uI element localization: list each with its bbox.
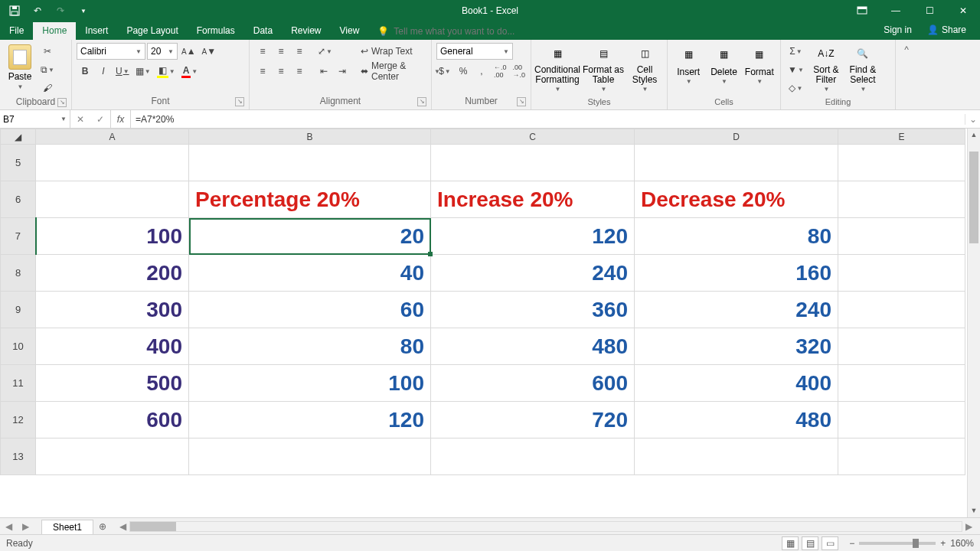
zoom-level[interactable]: 160%	[950, 538, 974, 549]
align-bottom-button[interactable]: ≡	[291, 43, 308, 60]
select-all-button[interactable]: ◢	[1, 129, 36, 145]
cell[interactable]: 500	[36, 365, 189, 402]
sheet-nav-first[interactable]: ◀	[0, 521, 17, 532]
formula-input[interactable]: =A7*20%	[131, 114, 965, 125]
cell[interactable]	[189, 145, 431, 181]
percent-button[interactable]: %	[455, 63, 472, 80]
cell[interactable]: 80	[189, 328, 431, 365]
column-header-b[interactable]: B	[189, 129, 431, 145]
cell[interactable]: Increase 20%	[431, 181, 635, 218]
cell[interactable]: 360	[431, 292, 635, 328]
cell[interactable]: 400	[635, 365, 838, 402]
cell[interactable]: Decrease 20%	[635, 181, 838, 218]
wrap-text-button[interactable]: ↩Wrap Text	[358, 43, 443, 60]
insert-function-button[interactable]: fx	[111, 110, 131, 128]
align-right-button[interactable]: ≡	[291, 63, 308, 80]
undo-button[interactable]: ↶	[28, 2, 47, 19]
cell[interactable]	[36, 439, 189, 475]
scroll-thumb[interactable]	[969, 152, 978, 243]
tell-me-input[interactable]	[394, 26, 593, 37]
zoom-in-button[interactable]: +	[940, 538, 946, 549]
cell[interactable]: 720	[431, 402, 635, 439]
number-format-select[interactable]: General▼	[436, 43, 513, 60]
cell[interactable]: 300	[36, 292, 189, 328]
cell[interactable]	[838, 292, 965, 328]
cell[interactable]: 320	[635, 328, 838, 365]
cell[interactable]: 100	[36, 218, 189, 255]
align-left-button[interactable]: ≡	[254, 63, 271, 80]
font-launcher[interactable]: ↘	[235, 97, 244, 106]
column-header-e[interactable]: E	[838, 129, 965, 145]
sign-in-link[interactable]: Sign in	[876, 21, 920, 38]
cell[interactable]: 240	[431, 255, 635, 292]
cell[interactable]	[189, 439, 431, 475]
align-center-button[interactable]: ≡	[273, 63, 289, 80]
ribbon-display-options-button[interactable]	[845, 0, 879, 21]
scroll-down-button[interactable]: ▼	[968, 504, 980, 517]
clear-button[interactable]: ◇▼	[786, 80, 806, 96]
tell-me[interactable]: 💡	[377, 26, 876, 40]
horizontal-scrollbar[interactable]: ◀ ▶	[116, 521, 975, 532]
cell[interactable]	[838, 181, 965, 218]
save-button[interactable]	[5, 2, 24, 19]
cell[interactable]: 600	[431, 365, 635, 402]
sort-filter-button[interactable]: A↓ZSort & Filter▼	[809, 43, 843, 93]
increase-font-button[interactable]: A▲	[179, 43, 198, 60]
tab-formulas[interactable]: Formulas	[188, 22, 244, 40]
copy-button[interactable]: ⧉▼	[38, 61, 57, 78]
enter-formula-button[interactable]: ✓	[90, 114, 110, 125]
cell[interactable]	[838, 145, 965, 181]
cell[interactable]	[838, 402, 965, 439]
tab-file[interactable]: File	[0, 22, 33, 40]
hscroll-thumb[interactable]	[130, 522, 176, 531]
decrease-indent-button[interactable]: ⇤	[315, 63, 332, 80]
fill-button[interactable]: ▼▼	[786, 61, 806, 78]
cell[interactable]: Percentage 20%	[189, 181, 431, 218]
cell[interactable]: 400	[36, 328, 189, 365]
cell-styles-button[interactable]: ◫Cell Styles▼	[628, 43, 662, 93]
scroll-left-button[interactable]: ◀	[116, 521, 129, 532]
page-break-view-button[interactable]: ▭	[822, 536, 838, 550]
cell[interactable]: 100	[189, 365, 431, 402]
decrease-font-button[interactable]: A▼	[200, 43, 219, 60]
sheet-tab-sheet1[interactable]: Sheet1	[41, 520, 93, 534]
qat-customize-button[interactable]: ▼	[74, 2, 93, 19]
cell[interactable]: 120	[189, 402, 431, 439]
clipboard-launcher[interactable]: ↘	[57, 98, 67, 107]
worksheet-grid[interactable]: ◢ A B C D E 5 6 Percentage 20% Increase …	[0, 129, 980, 517]
zoom-slider[interactable]	[859, 542, 936, 545]
cell[interactable]: 80	[635, 218, 838, 255]
row-header-13[interactable]: 13	[1, 439, 36, 475]
font-size-select[interactable]: 20▼	[147, 43, 178, 60]
cell[interactable]	[838, 328, 965, 365]
number-launcher[interactable]: ↘	[517, 97, 526, 106]
format-painter-button[interactable]: 🖌	[38, 80, 57, 96]
maximize-button[interactable]: ☐	[913, 0, 946, 21]
row-header-8[interactable]: 8	[1, 255, 36, 292]
zoom-out-button[interactable]: −	[849, 538, 854, 549]
cell[interactable]: 200	[36, 255, 189, 292]
currency-button[interactable]: $▼	[436, 63, 453, 80]
conditional-formatting-button[interactable]: ▦Conditional Formatting▼	[536, 43, 579, 93]
row-header-12[interactable]: 12	[1, 402, 36, 439]
name-box[interactable]: B7▼	[0, 110, 70, 128]
share-button[interactable]: 👤Share	[920, 21, 974, 38]
cut-button[interactable]: ✂	[38, 43, 57, 60]
tab-home[interactable]: Home	[33, 22, 76, 40]
format-cells-button[interactable]: ▦Format▼	[743, 43, 776, 93]
row-header-9[interactable]: 9	[1, 292, 36, 328]
cell[interactable]: 480	[635, 402, 838, 439]
cell-selected[interactable]: 20	[189, 218, 431, 255]
redo-button[interactable]: ↷	[51, 2, 70, 19]
vertical-scrollbar[interactable]: ▲ ▼	[967, 129, 980, 517]
autosum-button[interactable]: Σ▼	[786, 43, 806, 60]
font-color-button[interactable]: A▼	[179, 63, 201, 80]
scroll-up-button[interactable]: ▲	[968, 129, 980, 142]
underline-button[interactable]: U▼	[113, 63, 132, 80]
cell[interactable]: 60	[189, 292, 431, 328]
row-header-11[interactable]: 11	[1, 365, 36, 402]
delete-cells-button[interactable]: ▦Delete▼	[707, 43, 740, 93]
tab-data[interactable]: Data	[244, 22, 282, 40]
alignment-launcher[interactable]: ↘	[417, 97, 426, 106]
cell[interactable]: 120	[431, 218, 635, 255]
